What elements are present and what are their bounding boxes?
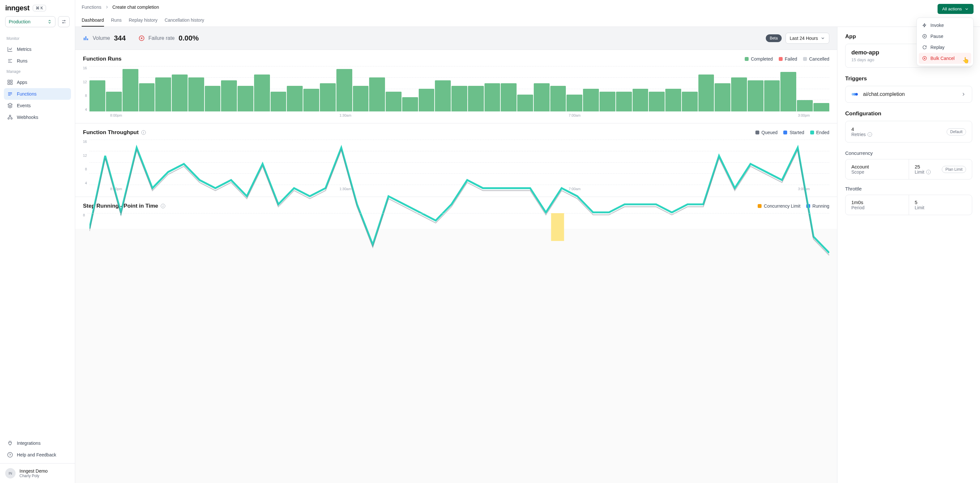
sidebar-item-apps[interactable]: Apps: [4, 76, 71, 88]
line-chart: [89, 140, 829, 269]
settings-button[interactable]: [58, 16, 70, 27]
chevron-down-icon: [821, 36, 825, 40]
bar: [600, 92, 616, 111]
scope-label: Scope: [851, 169, 903, 175]
user-footer[interactable]: IN Inngest Demo Charly Poly: [0, 463, 75, 483]
retries-label: Retries: [851, 132, 865, 137]
tab-runs[interactable]: Runs: [111, 14, 122, 27]
svg-rect-2: [8, 80, 10, 82]
line-chart: [88, 213, 829, 241]
sidebar: inngest ⌘ K Production Monitor Metrics R…: [0, 0, 75, 483]
action-label: Invoke: [931, 23, 944, 28]
section-concurrency: Concurrency: [845, 150, 972, 156]
header: Functions Create chat completion All act…: [75, 0, 980, 27]
bar: [89, 80, 105, 111]
action-pause[interactable]: Pause: [919, 31, 971, 42]
sidebar-item-webhooks[interactable]: Webhooks: [4, 111, 71, 123]
sidebar-item-integrations[interactable]: Integrations: [4, 437, 71, 449]
sidebar-item-runs[interactable]: Runs: [4, 55, 71, 67]
bar: [139, 83, 155, 112]
environment-select[interactable]: Production: [5, 16, 56, 27]
section-throttle: Throttle: [845, 186, 972, 191]
retries-card: 4 Retriesi Default: [845, 121, 972, 143]
sidebar-item-label: Integrations: [17, 440, 40, 446]
bar-chart: [89, 66, 829, 111]
bar: [583, 89, 599, 111]
throttle-limit-label: Limit: [915, 205, 966, 210]
panel-title: Function Runs: [83, 56, 121, 62]
limit-value: 25: [915, 164, 942, 169]
plug-icon: [7, 440, 13, 446]
failure-value: 0.00%: [178, 34, 199, 43]
bar: [419, 89, 434, 111]
svg-point-1: [62, 22, 64, 23]
panel-function-runs: Function Runs Completed Failed Cancelled…: [75, 50, 837, 124]
sidebar-item-label: Webhooks: [17, 115, 38, 120]
svg-rect-4: [8, 83, 10, 84]
tab-dashboard[interactable]: Dashboard: [82, 14, 104, 27]
action-label: Replay: [931, 45, 945, 50]
avatar: IN: [5, 468, 16, 478]
action-replay[interactable]: Replay: [919, 42, 971, 53]
panel-title: Function Throughput: [83, 129, 139, 136]
action-bulk-cancel[interactable]: Bulk Cancel 👆: [919, 53, 971, 64]
highlight-marker: [551, 213, 564, 241]
panel-function-throughput: Function Throughputi Queued Started Ende…: [75, 124, 837, 197]
sidebar-item-label: Help and Feedback: [17, 452, 56, 458]
sidebar-item-label: Apps: [17, 80, 27, 85]
tab-replay-history[interactable]: Replay history: [129, 14, 158, 27]
sidebar-item-metrics[interactable]: Metrics: [4, 43, 71, 55]
bar: [287, 86, 303, 111]
bar: [748, 80, 764, 111]
chevron-right-icon: [961, 92, 966, 97]
pause-icon: [922, 34, 927, 39]
all-actions-button[interactable]: All actions: [937, 4, 974, 14]
bar: [270, 92, 286, 111]
bar: [665, 89, 681, 111]
limit-badge: Plan Limit: [942, 166, 966, 173]
throttle-limit-value: 5: [915, 200, 966, 205]
scope-value: Account: [851, 164, 903, 169]
bar: [205, 86, 221, 111]
event-icon: [851, 91, 859, 97]
info-icon[interactable]: i: [926, 170, 931, 174]
chevron-up-down-icon: [47, 19, 52, 24]
logo: inngest: [5, 4, 30, 12]
actions-dropdown: Invoke Pause Replay Bulk Cancel 👆: [916, 17, 974, 66]
action-label: Pause: [931, 34, 943, 39]
command-k-shortcut[interactable]: ⌘ K: [33, 5, 46, 11]
user-name: Inngest Demo: [19, 469, 48, 473]
volume-value: 344: [114, 34, 126, 43]
replay-icon: [922, 45, 927, 50]
sidebar-item-help[interactable]: Help and Feedback: [4, 449, 71, 461]
info-icon[interactable]: i: [867, 132, 872, 137]
info-icon[interactable]: i: [141, 130, 146, 135]
breadcrumb-root[interactable]: Functions: [82, 5, 102, 10]
nav-head-manage: Manage: [4, 67, 71, 76]
concurrency-card: Account Scope 25 Limiti Plan Limit: [845, 159, 972, 180]
bar: [353, 86, 369, 111]
legend-failed: Failed: [779, 56, 797, 62]
sliders-icon: [61, 19, 67, 24]
bar: [402, 97, 418, 111]
retries-value: 4: [851, 126, 947, 132]
bar: [517, 95, 533, 112]
metrics-bar: Volume 344 Failure rate 0.00% Beta Last …: [75, 27, 837, 50]
bar: [813, 103, 829, 111]
action-label: Bulk Cancel: [931, 56, 955, 61]
svg-rect-3: [11, 80, 12, 82]
throttle-period-label: Period: [851, 205, 903, 210]
trigger-card[interactable]: ai/chat.completion: [845, 86, 972, 103]
sidebar-item-events[interactable]: Events: [4, 100, 71, 111]
beta-badge: Beta: [766, 34, 782, 42]
bar: [106, 92, 122, 111]
sidebar-item-functions[interactable]: Functions: [4, 88, 71, 100]
legend-completed: Completed: [745, 56, 773, 62]
action-invoke[interactable]: Invoke: [919, 20, 971, 31]
list-icon: [7, 58, 13, 64]
time-range-label: Last 24 Hours: [790, 36, 818, 41]
bar: [221, 80, 237, 111]
time-range-select[interactable]: Last 24 Hours: [786, 33, 829, 44]
tab-cancellation-history[interactable]: Cancellation history: [165, 14, 204, 27]
svg-rect-12: [84, 38, 84, 40]
